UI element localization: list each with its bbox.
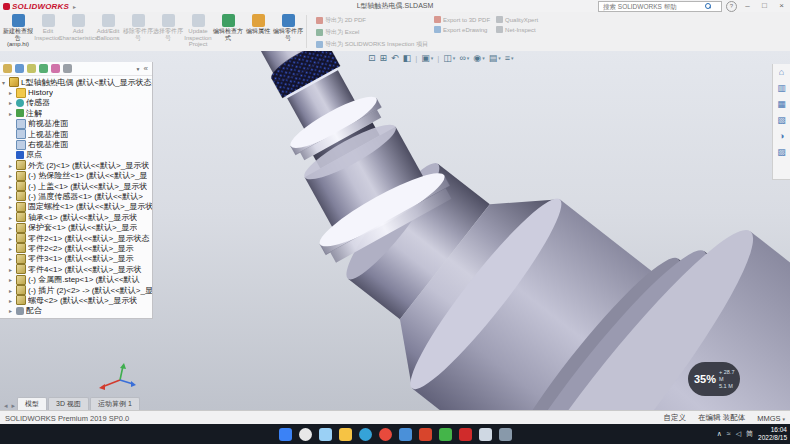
close-button[interactable]: × [775,0,788,12]
maximize-button[interactable]: □ [758,0,771,12]
tree-item[interactable]: ▸(-) 插片 (2)<2> -> (默认<<默认>_显 [0,285,152,295]
previous-view-icon[interactable]: ↶ [391,53,399,64]
ribbon-button[interactable]: Add Characteristics [63,12,93,51]
expand-caret-icon[interactable]: ▸ [9,110,16,117]
ribbon-button[interactable]: 新建检查报告(amp.hi) [3,12,33,51]
search-input[interactable] [601,2,705,11]
ribbon-export-item[interactable]: 导出为 SOLIDWORKS Inspection 项目 [316,40,428,49]
tab-motion-study[interactable]: 运动算例 1 [90,397,140,410]
zoom-to-area-icon[interactable]: ⊞ [380,53,388,64]
status-unit-system[interactable]: MMGS▾ [757,414,785,423]
tree-item[interactable]: ▸注解 [0,108,152,118]
tree-item[interactable]: ▸配合 [0,306,152,316]
propertymanager-tab[interactable] [15,64,24,73]
hide-show-items-icon[interactable]: ∞▾ [459,53,469,64]
ribbon-button[interactable]: 编辑零件序号 [273,12,303,51]
solidworks-icon[interactable] [459,428,472,441]
design-library-icon[interactable]: ▥ [777,83,786,93]
ribbon-export-item[interactable]: 导出为 Excel [316,28,428,37]
tree-item[interactable]: ▸(-) 上盖<1> (默认<<默认>_显示状 [0,181,152,191]
tab-model[interactable]: 模型 [17,397,47,410]
browser-icon[interactable] [379,428,392,441]
configurationmanager-tab[interactable] [27,64,36,73]
tree-item[interactable]: ▸(-) 金属圈.step<1> (默认<<默认 [0,274,152,284]
apply-scene-icon[interactable]: ▤▾ [489,53,501,64]
ribbon-button[interactable]: Add/Edit Balloons [93,12,123,51]
expand-caret-icon[interactable]: ▸ [9,266,16,273]
ribbon-export-item[interactable]: QualityXpert [496,16,538,23]
custom-properties-icon[interactable]: ▨ [777,147,786,157]
view-palette-icon[interactable]: ▧ [777,115,786,125]
tree-item[interactable]: 上视基准面 [0,129,152,139]
expand-caret-icon[interactable]: ▸ [9,89,16,96]
office-icon[interactable] [419,428,432,441]
expand-caret-icon[interactable]: ▸ [9,183,16,190]
expand-caret-icon[interactable]: ▾ [2,79,9,86]
file-explorer-icon[interactable]: ▦ [777,99,786,109]
file-explorer-icon[interactable] [339,428,352,441]
inspection-manager-tab[interactable] [63,64,72,73]
tree-item[interactable]: ▸传感器 [0,98,152,108]
view-settings-icon[interactable]: ≡▾ [505,53,514,64]
scroll-tabs-right-icon[interactable]: ▸ [10,402,18,410]
ribbon-button[interactable]: 移除零件序号 [123,12,153,51]
expand-caret-icon[interactable]: ▸ [9,172,16,179]
tree-item[interactable]: ▾L型轴触热电偶 (默认<默认_显示状态-1>) [0,77,152,87]
expand-caret-icon[interactable]: ▸ [9,307,16,314]
task-pane-home-icon[interactable]: ⌂ [779,67,784,77]
featuremanager-tree-tab[interactable] [3,64,12,73]
status-customize[interactable]: 自定义 [664,413,687,423]
expand-caret-icon[interactable]: ▸ [9,287,16,294]
ime-indicator[interactable]: 简 [746,429,753,439]
ribbon-button[interactable]: 编辑属性 [243,12,273,51]
expand-caret-icon[interactable]: ▸ [9,235,16,242]
ribbon-export-item[interactable]: Export to 3D PDF [434,16,490,23]
expand-caret-icon[interactable]: ▸ [9,203,16,210]
ribbon-export-item[interactable]: 导出为 2D PDF [316,16,428,25]
help-search-box[interactable] [598,1,722,12]
filter-caret-icon[interactable]: ▼ [136,66,141,72]
tree-item[interactable]: ▸(-) 热保险丝<1> (默认<<默认>_显 [0,171,152,181]
expand-caret-icon[interactable]: ▸ [9,99,16,106]
notepad-icon[interactable] [479,428,492,441]
expand-caret-icon[interactable]: ▸ [9,214,16,221]
tree-item[interactable]: ▸零件2<1> (默认<<默认>_显示状态 [0,233,152,243]
edge-icon[interactable] [359,428,372,441]
expand-caret-icon[interactable]: ▸ [9,245,16,252]
tree-item[interactable]: ▸螺母<2> (默认<<默认>_显示状 [0,295,152,305]
ribbon-export-item[interactable]: Export eDrawing [434,26,490,33]
tree-item[interactable]: ▸固定螺栓<1> (默认<<默认>_显示状态 [0,202,152,212]
display-style-icon[interactable]: ◫▾ [443,53,455,64]
tree-item[interactable]: 原点 [0,150,152,160]
zoom-fit-icon[interactable]: ⊡ [368,53,376,64]
task-view-icon[interactable] [319,428,332,441]
tree-item[interactable]: ▸保护套<1> (默认<<默认>_显示 [0,222,152,232]
tree-item[interactable]: 前视基准面 [0,119,152,129]
tree-item[interactable]: ▸History [0,87,152,97]
expand-caret-icon[interactable]: ▸ [9,255,16,262]
tab-3d-views[interactable]: 3D 视图 [48,397,89,410]
hidden-icons-icon[interactable]: ∧ [717,430,722,438]
expand-caret-icon[interactable]: ▸ [9,276,16,283]
displaymanager-tab[interactable] [51,64,60,73]
tree-item[interactable]: ▸零件3<1> (默认<<默认>_显示 [0,254,152,264]
start-button[interactable] [279,428,292,441]
wechat-icon[interactable] [439,428,452,441]
volume-icon[interactable]: ◁ [736,430,741,438]
tree-item[interactable]: 右视基准面 [0,139,152,149]
store-icon[interactable] [399,428,412,441]
scroll-tabs-left-icon[interactable]: ◂ [2,402,10,410]
tree-item[interactable]: ▸轴承<1> (默认<<默认>_显示状 [0,212,152,222]
ribbon-export-item[interactable]: Net-Inspect [496,26,538,33]
expand-caret-icon[interactable]: ▸ [9,162,16,169]
search-icon[interactable] [299,428,312,441]
tree-item[interactable]: ▸零件4<1> (默认<<默认>_显示状 [0,264,152,274]
help-icon[interactable]: ? [726,1,737,12]
minimize-button[interactable]: – [741,0,754,12]
ribbon-button[interactable]: 编辑检查方式 [213,12,243,51]
expand-caret-icon[interactable]: ▸ [9,193,16,200]
settings-icon[interactable] [499,428,512,441]
menu-expand-icon[interactable]: ▸ [73,3,76,10]
search-icon[interactable] [705,3,711,9]
tree-item[interactable]: ▸零件2<2> (默认<<默认>_显示 [0,243,152,253]
